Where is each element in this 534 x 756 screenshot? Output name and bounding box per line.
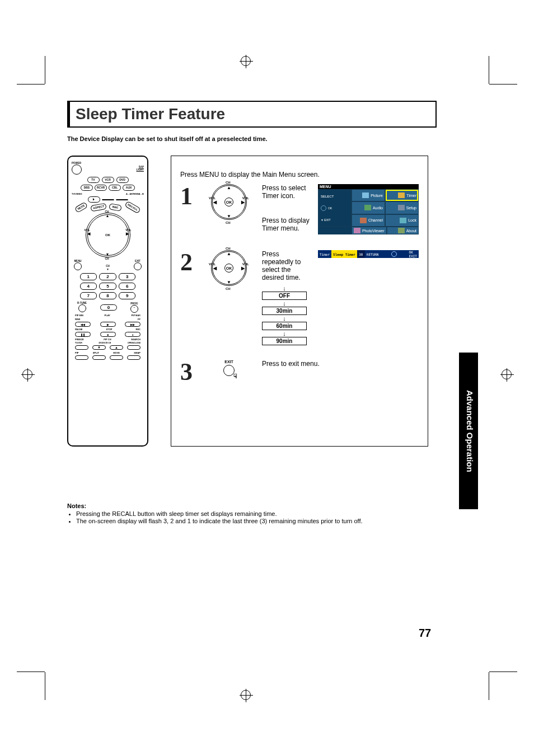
power-button [72, 165, 82, 175]
main-menu-osd: MENU SELECT OK ▼ EXIT Picture Timer Audi… [318, 184, 419, 234]
step-1-number: 1 [180, 184, 196, 209]
note-2: The on-screen display will flash 3, 2 an… [76, 518, 437, 524]
antenna-label: A - ANTENNA - B [126, 192, 144, 195]
remote-ch-up-label: CH [105, 210, 109, 213]
step2-text: Press repeatedly to select the desired t… [262, 250, 311, 281]
osd-select-icon [321, 205, 326, 211]
timer-icon [398, 192, 405, 198]
tvvideo-label: TV/VIDEO [72, 192, 82, 195]
split-button [92, 355, 106, 360]
num-7: 7 [80, 292, 97, 299]
osd-menu-label: MENU [320, 185, 331, 189]
notes-heading: Notes: [67, 503, 437, 509]
osd-bar-nav-icon [391, 251, 397, 257]
cbl-button: CBL [109, 185, 121, 191]
mute-button: MUTE [74, 201, 88, 213]
exit-button-icon: ☟ [223, 365, 235, 376]
remote-dpad-up: ▲ [106, 214, 110, 218]
registration-mark-top [241, 56, 251, 66]
audio-icon [364, 205, 371, 210]
left-arrow-icon: ◀ [213, 200, 217, 205]
step1-text-b: Press to display Timer menu. [262, 217, 311, 232]
bbe-button: BBE [109, 203, 123, 212]
remote-control-illustration: POWER SAP LIGHT TV VCR DVD DBS RCVR CBL [67, 156, 148, 447]
osd-about: About [406, 229, 416, 233]
pip-label: PIP [75, 351, 78, 354]
osd-select-label: SELECT [321, 195, 334, 198]
option-off: OFF [262, 292, 307, 300]
step-2: 2 OK CH ▲ ▼ CH VOL ◀ ▶ VOL [180, 250, 419, 346]
step1-ok: OK [224, 198, 233, 206]
menu-button [74, 262, 82, 270]
osd-bar-value: 30 [357, 250, 365, 258]
openclose-label: OPEN/CLOSE [128, 342, 140, 344]
prog-button: − [130, 305, 138, 313]
pipmin-label: PIP MIN [75, 314, 83, 317]
step1-ch-down: CH [226, 221, 231, 224]
osd-bar-return: RETURN [367, 252, 379, 256]
search-button [127, 345, 140, 350]
pip-button [75, 355, 88, 360]
num-0: 0 [100, 304, 117, 311]
crop-mark-br [478, 661, 517, 700]
photoviewer-icon [354, 228, 360, 233]
page-number: 77 [419, 627, 431, 640]
remote-ch-down-label: CH [105, 257, 109, 260]
num-8: 8 [99, 292, 116, 299]
dvd-button: DVD [116, 177, 129, 183]
up-arrow-icon: ▲ [227, 185, 231, 190]
step3-text: Press to exit menu. [262, 360, 419, 368]
osd-setup: Setup [406, 206, 416, 210]
osd-bar-exit: EXIT [409, 254, 417, 258]
down-arrow-icon-2: ▼ [227, 280, 231, 285]
split-label: SPLIT [93, 351, 99, 354]
rew-button: ◀◀ [75, 322, 91, 327]
osd-bar-label: Sleep Timer [333, 252, 355, 256]
rew-label: REW [75, 318, 80, 321]
page-title-box: Sleep Timer Feature [67, 101, 437, 128]
step2-ch-up: CH [226, 247, 231, 250]
rec-label: REC [136, 328, 140, 331]
step-2-number: 2 [180, 250, 196, 275]
timer-osd-bar: Timer Sleep Timer 30 RETURN OKEXIT [318, 250, 419, 258]
picture-icon [362, 192, 369, 198]
stop-label: STOP [106, 328, 113, 331]
num-6: 6 [119, 283, 136, 290]
left-arrow-icon-2: ◀ [213, 266, 217, 271]
prog-label: PROG [130, 302, 138, 305]
step1-ch-up: CH [226, 181, 231, 184]
step-3-number: 3 [180, 360, 196, 384]
osd-bar-title: Timer [318, 250, 331, 258]
remote-dpad: OK ▲ CH ▼ CH ◀ VOL ▶ VOL [86, 213, 130, 257]
pipch-down-button: ▼ [92, 345, 106, 350]
step1-text-a: Press to select Timer icon. [262, 184, 311, 200]
swap-button [127, 355, 140, 360]
pause-label: PAUSE [75, 328, 82, 331]
freeze-button [75, 345, 88, 350]
search-label: SEARCH [131, 338, 140, 341]
option-90: 90min [262, 337, 307, 345]
osd-ok-label: OK [328, 206, 332, 209]
pipmax-label: PIP MAX [132, 314, 140, 317]
step2-dpad-icon: OK CH ▲ ▼ CH VOL ◀ ▶ VOL [211, 250, 247, 286]
ch-label2: CH [106, 265, 110, 267]
tvvideo-button: ⏵ [88, 196, 100, 203]
stop-button: ■ [100, 332, 116, 337]
step2-vol-r: VOL [242, 262, 249, 266]
step-1: 1 OK CH ▲ ▼ CH VOL ◀ ▶ VOL [180, 184, 419, 237]
osd-channel: Channel [368, 218, 383, 222]
crop-mark-bl [17, 661, 56, 700]
exit-label-text: EXIT [224, 360, 233, 364]
num-2: 2 [99, 273, 116, 280]
osd-audio: Audio [373, 206, 383, 210]
ff-label: FF [138, 318, 140, 321]
crop-mark-tl [17, 56, 56, 95]
antenna-b-button [116, 199, 128, 200]
option-60: 60min [262, 322, 307, 330]
exit-button [134, 262, 142, 270]
light-label: LIGHT [137, 168, 144, 171]
note-1: Pressing the RECALL button with sleep ti… [76, 510, 437, 517]
notes-section: Notes: Pressing the RECALL button with s… [67, 503, 437, 524]
num-4: 4 [80, 283, 97, 290]
freeze-label: FREEZE [75, 338, 84, 341]
